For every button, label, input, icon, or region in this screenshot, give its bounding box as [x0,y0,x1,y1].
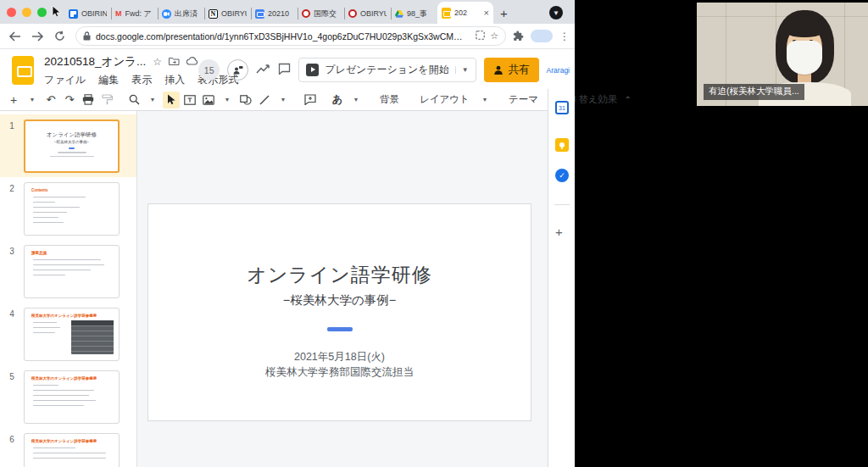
google-calendar-icon[interactable]: 31 [555,101,569,114]
thumb-subtitle: −桜美林大学の事例− [25,140,118,144]
thumbnail-row-4: 4 桜美林大学のオンライン語学研修概要 [0,303,136,365]
address-bar[interactable]: docs.google.com/presentation/d/1ynn6TxD3… [75,26,506,46]
paint-format-button[interactable] [98,92,115,108]
toolbar: + ▼ ↶ ↷ ▼ [0,89,548,111]
tab-slides-blue[interactable]: 20210 [251,3,298,24]
tab-gmail-fwd[interactable]: M Fwd: ア [111,3,158,24]
reader-mode-icon[interactable] [476,31,485,42]
line-dropdown-icon[interactable]: ▼ [275,92,292,108]
cloud-status-icon[interactable] [186,57,198,67]
menu-edit[interactable]: 編集 [98,73,119,87]
redo-button[interactable]: ↷ [61,92,78,108]
collapse-toolbar-icon[interactable]: ⌃ [624,95,631,104]
slide-thumbnail-6[interactable]: 桜美林大学のオンライン語学研修概要 [24,433,120,467]
menu-file[interactable]: ファイル [44,73,86,87]
minimize-window-button[interactable] [22,8,31,17]
text-line [33,390,94,392]
slide-canvas: オンライン語学研修 −桜美林大学の事例− 2021年5月18日(火) 桜美林大学… [137,111,548,467]
start-presentation-button[interactable]: プレゼンテーションを開始 ▼ [298,58,476,82]
mouse-cursor-icon [52,6,61,17]
layout-button[interactable]: レイアウト [415,93,475,106]
insert-comment-button[interactable] [302,92,319,108]
google-drive-icon [395,10,403,18]
tab-drive[interactable]: 98_事 [391,3,437,24]
zoom-tool-button[interactable] [125,92,142,108]
collaborators-badge[interactable]: 15 [198,59,220,81]
comments-icon[interactable] [278,63,291,78]
input-tools-button[interactable]: あ [329,92,346,108]
back-button[interactable] [8,31,21,42]
text-line [33,458,106,459]
address-bar-row: docs.google.com/presentation/d/1ynn6TxD3… [0,24,575,49]
webcam-video-tile[interactable]: 有迫(桜美林大学職員... [697,3,868,106]
undo-button[interactable]: ↶ [42,92,59,108]
theme-button[interactable]: テーマ [504,93,543,106]
move-folder-icon[interactable] [169,57,180,68]
menu-view[interactable]: 表示 [131,73,152,87]
thumb-title: オンライン語学研修 [25,131,118,139]
add-addon-button[interactable]: + [555,225,563,239]
slides-logo-icon[interactable] [12,56,34,85]
slide-thumbnail-2[interactable]: Contents [24,182,120,236]
extensions-puzzle-icon[interactable] [513,31,524,42]
slide-thumbnail-3[interactable]: 課題意識 [24,245,120,298]
new-tab-button[interactable]: + [500,7,508,19]
slide-thumbnail-1[interactable]: オンライン語学研修 −桜美林大学の事例− [24,120,120,173]
slide-organization[interactable]: 桜美林大学学務部国際交流担当 [148,365,531,380]
text-box-button[interactable] [181,92,198,108]
insert-shape-button[interactable] [237,92,254,108]
star-document-icon[interactable]: ☆ [153,57,162,67]
print-button[interactable] [80,92,97,108]
tab-active-presentation[interactable]: 202 × [437,2,493,24]
thumb-heading: 課題意識 [31,251,114,255]
thumbnail-row-1: 1 オンライン語学研修 −桜美林大学の事例− [0,114,136,177]
document-title[interactable]: 20210518_オンラ... [44,54,146,69]
share-button[interactable]: 共有 [484,58,539,82]
google-tasks-icon[interactable]: ✓ [555,169,569,182]
tab-label: OBIRYU [360,9,387,18]
tab-kokusai[interactable]: 国際交 [298,3,344,24]
content-area: 1 オンライン語学研修 −桜美林大学の事例− 2 [0,111,548,467]
tab-label: 国際交 [314,8,337,19]
profile-avatar[interactable] [531,30,553,42]
menu-insert[interactable]: 挿入 [164,73,185,87]
slide-title[interactable]: オンライン語学研修 [148,262,531,288]
text-line [33,448,75,449]
browser-menu-icon[interactable]: ⋮ [559,35,566,38]
tab-obirin[interactable]: OBIRIN [64,3,111,24]
current-slide[interactable]: オンライン語学研修 −桜美林大学の事例− 2021年5月18日(火) 桜美林大学… [147,203,531,421]
lower-area: + ▼ ↶ ↷ ▼ [0,89,575,467]
activity-trend-icon[interactable] [256,63,270,78]
reload-button[interactable] [54,31,65,42]
layout-dropdown-icon[interactable]: ▼ [476,92,493,108]
thumbnail-row-6: 6 桜美林大学のオンライン語学研修概要 [0,428,136,467]
tab-zoom[interactable]: 出席済 [158,3,204,24]
slide-subtitle[interactable]: −桜美林大学の事例− [148,292,531,309]
background-button[interactable]: 背景 [375,93,404,106]
image-dropdown-icon[interactable]: ▼ [219,92,236,108]
select-tool-button[interactable] [163,92,180,108]
tab-search-button[interactable]: ▼ [549,6,563,19]
insert-line-button[interactable] [256,92,273,108]
tab-obiryu[interactable]: OBIRYU [344,3,391,24]
forward-button[interactable] [31,31,44,42]
slide-thumbnail-5[interactable]: 桜美林大学のオンライン語学研修概要 [24,370,120,424]
input-tools-dropdown-icon[interactable]: ▼ [348,92,364,108]
tab-notion[interactable]: N OBIRYU [204,3,251,24]
insert-image-button[interactable] [200,92,217,108]
new-slide-button[interactable]: + [5,92,22,108]
join-call-icon[interactable] [227,59,248,81]
text-line [50,156,94,158]
red-ring-favicon-icon [348,9,357,18]
slide-date[interactable]: 2021年5月18日(火) [148,350,531,364]
new-slide-dropdown-icon[interactable]: ▼ [24,92,41,108]
account-name[interactable]: Araragi [547,66,570,75]
zoom-dropdown-icon[interactable]: ▼ [144,92,161,108]
close-window-button[interactable] [7,8,16,17]
close-tab-icon[interactable]: × [484,8,489,18]
slide-thumbnail-4[interactable]: 桜美林大学のオンライン語学研修概要 [24,308,120,361]
present-dropdown-icon[interactable]: ▼ [455,66,469,74]
bookmark-star-icon[interactable]: ☆ [490,31,498,42]
google-keep-icon[interactable] [555,138,569,152]
zoom-window-button[interactable] [37,8,47,17]
